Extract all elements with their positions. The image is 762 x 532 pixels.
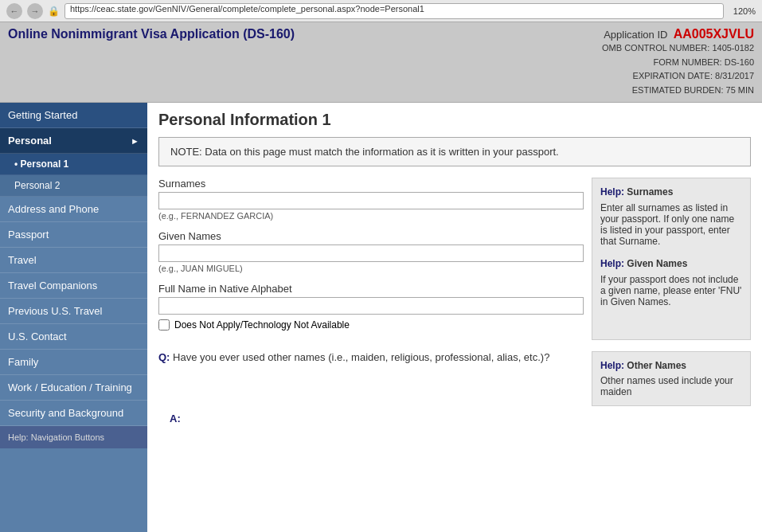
native-name-label: Full Name in Native Alphabet <box>158 283 584 295</box>
other-names-qa-row: Q: Have you ever used other names (i.e.,… <box>158 351 751 406</box>
qa-section: Q: Have you ever used other names (i.e.,… <box>158 351 751 424</box>
qa-help-other-names: Help: Other Names Other names used inclu… <box>592 351 751 406</box>
other-names-question: Q: Have you ever used other names (i.e.,… <box>158 351 584 406</box>
qa-help-title: Help: Other Names <box>600 360 742 371</box>
sidebar-item-personal-1[interactable]: Personal 1 <box>0 154 147 175</box>
back-button[interactable]: ← <box>6 3 22 19</box>
chevron-right-icon: ► <box>131 136 139 146</box>
sidebar-personal-subitems: Personal 1 Personal 2 <box>0 154 147 197</box>
given-names-label: Given Names <box>158 230 584 242</box>
url-bar[interactable]: https://ceac.state.gov/GenNIV/General/co… <box>64 3 724 19</box>
surnames-form: Surnames (e.g., FERNANDEZ GARCIA) Given … <box>158 178 584 340</box>
sidebar-item-travel-companions[interactable]: Travel Companions <box>0 273 147 299</box>
sidebar-item-travel[interactable]: Travel <box>0 248 147 273</box>
given-names-hint: (e.g., JUAN MIGUEL) <box>158 264 584 273</box>
app-id-label: Application ID <box>604 29 667 41</box>
sidebar-item-personal-2[interactable]: Personal 2 <box>0 175 147 197</box>
surnames-hint: (e.g., FERNANDEZ GARCIA) <box>158 211 584 221</box>
app-id-row: Application ID AA005XJVLU <box>602 27 754 41</box>
form-meta: OMB CONTROL NUMBER: 1405-0182 FORM NUMBE… <box>602 41 754 97</box>
note-text: NOTE: Data on this page must match the i… <box>170 146 559 158</box>
site-title: Online Nonimmigrant Visa Application (DS… <box>8 27 295 41</box>
app-id-value: AA005XJVLU <box>674 27 754 41</box>
native-name-field-group: Full Name in Native Alphabet Does Not Ap… <box>158 283 584 331</box>
sidebar-item-previous-us-travel[interactable]: Previous U.S. Travel <box>0 299 147 324</box>
does-not-apply-label: Does Not Apply/Technology Not Available <box>174 319 350 331</box>
surnames-section: Surnames (e.g., FERNANDEZ GARCIA) Given … <box>158 178 751 340</box>
help-given-names-text: If your passport does not include a give… <box>600 274 742 307</box>
content-area: Personal Information 1 NOTE: Data on thi… <box>147 103 762 532</box>
note-box: NOTE: Data on this page must match the i… <box>158 137 751 166</box>
sidebar: Getting Started Personal ► Personal 1 Pe… <box>0 103 147 532</box>
sidebar-item-address-phone[interactable]: Address and Phone <box>0 197 147 222</box>
sidebar-item-getting-started[interactable]: Getting Started <box>0 103 147 128</box>
sidebar-item-personal[interactable]: Personal ► <box>0 128 147 154</box>
main-area: Getting Started Personal ► Personal 1 Pe… <box>0 103 762 532</box>
answer-area: A: <box>158 413 751 424</box>
given-names-input[interactable] <box>158 244 584 262</box>
help-given-names-title: Help: Given Names <box>600 258 742 269</box>
does-not-apply-checkbox[interactable] <box>158 319 170 331</box>
surnames-label: Surnames <box>158 178 584 190</box>
sidebar-item-family[interactable]: Family <box>0 350 147 375</box>
sidebar-item-us-contact[interactable]: U.S. Contact <box>0 324 147 350</box>
browser-chrome: ← → 🔒 https://ceac.state.gov/GenNIV/Gene… <box>0 0 762 22</box>
sidebar-item-work-education[interactable]: Work / Education / Training <box>0 375 147 401</box>
forward-button[interactable]: → <box>27 3 43 19</box>
help-surnames-title: Help: Surnames <box>600 186 742 198</box>
given-names-field-group: Given Names (e.g., JUAN MIGUEL) <box>158 230 584 273</box>
help-panel-names: Help: Surnames Enter all surnames as lis… <box>592 178 751 340</box>
sidebar-help-label: Help: Navigation Buttons <box>0 426 147 448</box>
help-surnames-text: Enter all surnames as listed in your pas… <box>600 202 742 247</box>
zoom-level: 120% <box>733 6 756 16</box>
page-title: Personal Information 1 <box>158 111 751 129</box>
lock-icon: 🔒 <box>48 6 60 17</box>
sidebar-item-security-background[interactable]: Security and Background <box>0 401 147 426</box>
does-not-apply-row: Does Not Apply/Technology Not Available <box>158 319 584 331</box>
surnames-field-group: Surnames (e.g., FERNANDEZ GARCIA) <box>158 178 584 221</box>
site-header: Online Nonimmigrant Visa Application (DS… <box>0 22 762 103</box>
qa-help-text: Other names used include your maiden <box>600 375 742 397</box>
sidebar-item-passport[interactable]: Passport <box>0 222 147 248</box>
native-name-input[interactable] <box>158 297 584 315</box>
surnames-input[interactable] <box>158 192 584 209</box>
